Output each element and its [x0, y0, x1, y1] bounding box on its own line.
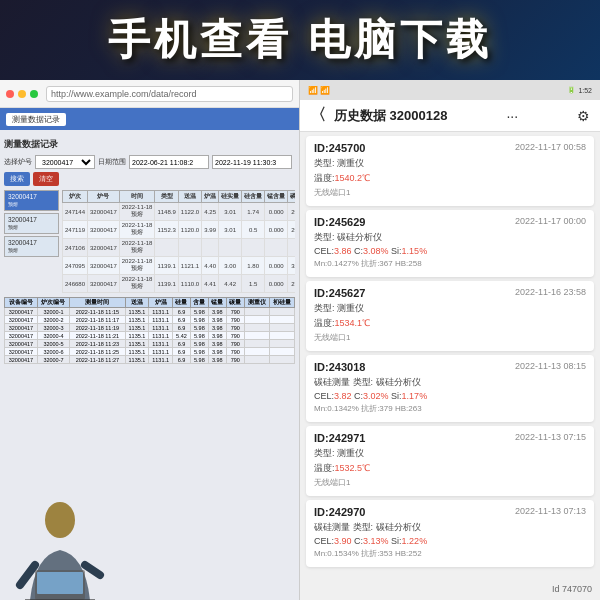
- sidebar-item-0[interactable]: 32000417预熔: [4, 190, 59, 211]
- sidebar-item-2[interactable]: 32000417预熔: [4, 236, 59, 257]
- nav-tab-records[interactable]: 测量数据记录: [6, 113, 66, 126]
- filter-clear-button[interactable]: 清空: [33, 172, 59, 186]
- record-type: 碳硅测量 类型: 碳硅分析仪: [314, 376, 586, 389]
- browser-maximize-dot: [30, 90, 38, 98]
- pc-table-wrap: 炉次 炉号 时间 类型 送温 炉温 硅实量 硅含量 锰含量 磷值 硫值: [62, 190, 295, 293]
- spreadsheet-table: 设备编号 炉次编号 测量时间 送温 炉温 硅量 含量 锰量 碳量 测重仪 初硅量: [4, 297, 295, 364]
- record-extra: Mn:0.1427% 抗折:367 HB:258: [314, 258, 586, 269]
- record-time: 2022-11-13 07:15: [515, 432, 586, 442]
- ss-table-body: 3200041732000-12022-11-18 11:15 1135.111…: [5, 308, 295, 364]
- svg-rect-2: [37, 572, 83, 594]
- record-detail: 温度:1534.1℃: [314, 317, 586, 330]
- filter-search-button[interactable]: 搜索: [4, 172, 30, 186]
- browser-url[interactable]: http://www.example.com/data/record: [46, 86, 293, 102]
- record-extra: 无线端口1: [314, 187, 586, 198]
- record-id: ID:242970: [314, 506, 365, 518]
- record-detail: CEL:3.86 C:3.08% Si:1.15%: [314, 246, 586, 256]
- record-header: ID:245627 2022-11-16 23:58: [314, 287, 586, 299]
- table-row: 3200041732000-12022-11-18 11:15 1135.111…: [5, 308, 295, 316]
- table-row: 247106 32000417 2022-11-18预熔: [63, 239, 296, 257]
- mobile-record-3: ID:243018 2022-11-13 08:15 碳硅测量 类型: 碳硅分析…: [306, 355, 594, 422]
- col-mn-real: 硅含量: [242, 191, 265, 203]
- record-header: ID:243018 2022-11-13 08:15: [314, 361, 586, 373]
- record-time: 2022-11-13 08:15: [515, 361, 586, 371]
- table-row: 247119 32000417 2022-11-18预熔 1152.3 1120…: [63, 221, 296, 239]
- pc-nav: 测量数据记录: [0, 108, 299, 130]
- back-button[interactable]: 〈: [310, 105, 326, 126]
- record-id: ID:245627: [314, 287, 365, 299]
- record-type: 类型: 测重仪: [314, 302, 586, 315]
- record-header: ID:242970 2022-11-13 07:13: [314, 506, 586, 518]
- col-time: 时间: [119, 191, 155, 203]
- svg-point-0: [45, 502, 75, 538]
- mobile-record-2: ID:245627 2022-11-16 23:58 类型: 测重仪 温度:15…: [306, 281, 594, 351]
- filter-label-date: 日期范围: [98, 157, 126, 167]
- mobile-header: 〈 历史数据 32000128 ··· ⚙: [300, 100, 600, 132]
- record-extra: Mn:0.1342% 抗折:379 HB:263: [314, 403, 586, 414]
- table-row: 246680 32000417 2022-11-18预熔 1139.1 1110…: [63, 275, 296, 293]
- browser-close-dot: [6, 90, 14, 98]
- mobile-record-0: ID:245700 2022-11-17 00:58 类型: 测重仪 温度:15…: [306, 136, 594, 206]
- battery-icon: 🔋: [567, 86, 576, 94]
- more-options-button[interactable]: ···: [506, 108, 518, 124]
- record-header: ID:245629 2022-11-17 00:00: [314, 216, 586, 228]
- col-p: 磷值: [288, 191, 295, 203]
- record-id: ID:243018: [314, 361, 365, 373]
- record-type: 碳硅测量 类型: 碳硅分析仪: [314, 521, 586, 534]
- status-time: 1:52: [578, 87, 592, 94]
- record-type: 类型: 测重仪: [314, 157, 586, 170]
- table-row: 3200041732000-22022-11-18 11:17 1135.111…: [5, 316, 295, 324]
- table-row: 247095 32000417 2022-11-18预熔 1139.1 1121…: [63, 257, 296, 275]
- filter-select-furnace[interactable]: 32000417: [35, 155, 95, 169]
- record-id: ID:245629: [314, 216, 365, 228]
- record-extra: 无线端口1: [314, 332, 586, 343]
- col-furnace-temp: 炉温: [202, 191, 219, 203]
- mobile-status-bar: 📶 📶 🔋 1:52: [300, 80, 600, 100]
- right-panel-mobile: 📶 📶 🔋 1:52 〈 历史数据 32000128 ··· ⚙ ID:2457…: [300, 80, 600, 600]
- settings-button[interactable]: ⚙: [577, 108, 590, 124]
- pc-content: 测量数据记录 选择炉号 32000417 日期范围 搜索 清空 32000417…: [0, 134, 299, 368]
- table-row: 3200041732000-42022-11-18 11:21 1135.111…: [5, 332, 295, 340]
- record-detail: 温度:1532.5℃: [314, 462, 586, 475]
- record-extra: 无线端口1: [314, 477, 586, 488]
- pc-data-table: 炉次 炉号 时间 类型 送温 炉温 硅实量 硅含量 锰含量 磷值 硫值: [62, 190, 295, 293]
- record-extra: Mn:0.1534% 抗折:353 HB:252: [314, 548, 586, 559]
- record-time: 2022-11-13 07:13: [515, 506, 586, 516]
- record-detail: 温度:1540.2℃: [314, 172, 586, 185]
- left-panel-pc: http://www.example.com/data/record 测量数据记…: [0, 80, 300, 600]
- bottom-id-tag: Id 747070: [552, 584, 592, 594]
- browser-minimize-dot: [18, 90, 26, 98]
- signal-icons: 📶 📶: [308, 86, 330, 95]
- record-detail: CEL:3.82 C:3.02% Si:1.17%: [314, 391, 586, 401]
- mobile-page-title: 历史数据 32000128: [334, 107, 447, 125]
- record-id: ID:242971: [314, 432, 365, 444]
- browser-bar: http://www.example.com/data/record: [0, 80, 299, 108]
- record-type: 类型: 碳硅分析仪: [314, 231, 586, 244]
- pc-spreadsheet: 设备编号 炉次编号 测量时间 送温 炉温 硅量 含量 锰量 碳量 测重仪 初硅量: [4, 297, 295, 364]
- record-time: 2022-11-16 23:58: [515, 287, 586, 297]
- mobile-record-5: ID:242970 2022-11-13 07:13 碳硅测量 类型: 碳硅分析…: [306, 500, 594, 567]
- table-row: 3200041732000-32022-11-18 11:19 1135.111…: [5, 324, 295, 332]
- pc-section-title: 测量数据记录: [4, 138, 295, 151]
- top-banner: 手机查看 电脑下载: [0, 0, 600, 80]
- table-row: 247144 32000417 2022-11-18预熔 1148.9 1122…: [63, 203, 296, 221]
- filter-date-end[interactable]: [212, 155, 292, 169]
- sidebar-item-1[interactable]: 32000417预熔: [4, 213, 59, 234]
- col-furnace-id: 炉号: [88, 191, 120, 203]
- col-mn-pct: 锰含量: [265, 191, 288, 203]
- pc-body: 32000417预熔 32000417预熔 32000417预熔 炉次 炉号 时…: [4, 190, 295, 293]
- record-id: ID:245700: [314, 142, 365, 154]
- mobile-record-4: ID:242971 2022-11-13 07:15 类型: 测重仪 温度:15…: [306, 426, 594, 496]
- record-header: ID:242971 2022-11-13 07:15: [314, 432, 586, 444]
- status-icons: 🔋 1:52: [567, 86, 592, 94]
- col-si-real: 送温: [178, 191, 201, 203]
- filter-label-furnace: 选择炉号: [4, 157, 32, 167]
- main-content: http://www.example.com/data/record 测量数据记…: [0, 80, 600, 600]
- pc-sidebar: 32000417预熔 32000417预熔 32000417预熔: [4, 190, 59, 293]
- record-time: 2022-11-17 00:58: [515, 142, 586, 152]
- col-type: 类型: [155, 191, 178, 203]
- record-time: 2022-11-17 00:00: [515, 216, 586, 226]
- table-row: 3200041732000-72022-11-18 11:27 1135.111…: [5, 356, 295, 364]
- record-type: 类型: 测重仪: [314, 447, 586, 460]
- filter-date-start[interactable]: [129, 155, 209, 169]
